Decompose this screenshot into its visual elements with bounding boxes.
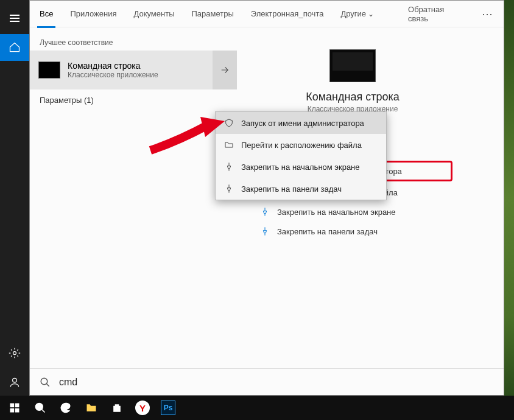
svg-point-8 [36,404,43,411]
svg-rect-6 [10,408,15,413]
tab-all[interactable]: Все [40,1,53,27]
preview-thumbnail [329,49,376,82]
ctx-pin-taskbar[interactable]: Закрепить на панели задач [216,178,386,200]
preview-action-pin-taskbar[interactable]: Закрепить на панели задач [249,222,456,241]
search-tabs: Все Приложения Документы Параметры Элект… [30,1,504,27]
svg-point-0 [13,352,16,355]
tab-settings[interactable]: Параметры [191,1,233,27]
search-panel: Все Приложения Документы Параметры Элект… [29,0,504,396]
user-account-button[interactable] [0,369,29,396]
taskbar-edge[interactable] [54,396,78,420]
best-match-result[interactable]: Командная строка Классическое приложение [30,51,237,89]
taskbar: Y Ps [0,396,514,420]
taskbar-search-button[interactable] [28,396,52,420]
ctx-pin-start-label: Закрепить на начальном экране [241,163,360,172]
best-match-title: Командная строка [68,61,158,71]
svg-rect-5 [15,404,19,408]
search-input[interactable] [59,377,494,388]
svg-rect-4 [10,404,15,408]
search-bar [30,368,504,395]
tab-email[interactable]: Электронная_почта [251,1,324,27]
results-column: Лучшее соответствие Командная строка Кла… [30,27,237,368]
ctx-run-admin-label: Запуск от имени администратора [241,119,364,128]
settings-gear-button[interactable] [0,340,29,366]
svg-rect-7 [15,408,19,413]
search-left-rail [0,0,29,396]
taskbar-photoshop[interactable]: Ps [156,396,180,420]
tab-documents[interactable]: Документы [133,1,174,27]
feedback-link[interactable]: Обратная связь [408,5,465,23]
tab-apps[interactable]: Приложения [70,1,116,27]
context-menu: Запуск от имени администратора Перейти к… [215,111,387,200]
preview-title: Командная строка [249,91,456,103]
cmd-icon [38,61,60,79]
more-options-button[interactable]: ⋯ [482,7,494,21]
svg-marker-2 [200,117,225,137]
tab-other[interactable]: Другие [340,1,374,27]
ctx-open-location-label: Перейти к расположению файла [241,141,362,150]
expand-arrow-button[interactable] [213,51,237,89]
best-match-subtitle: Классическое приложение [68,71,158,79]
preview-action-pin-start[interactable]: Закрепить на начальном экране [249,202,456,222]
ctx-pin-taskbar-label: Закрепить на панели задач [241,184,342,194]
search-icon [40,377,51,388]
home-button[interactable] [0,34,29,61]
taskbar-yandex[interactable]: Y [130,396,155,420]
ctx-run-admin[interactable]: Запуск от имени администратора [216,112,386,134]
menu-button[interactable] [0,5,29,32]
start-button[interactable] [2,396,27,420]
ctx-open-location[interactable]: Перейти к расположению файла [216,134,386,156]
taskbar-file-explorer[interactable] [79,396,104,420]
best-match-header: Лучшее соответствие [30,35,237,51]
annotation-arrow [144,108,230,165]
svg-point-1 [13,378,17,382]
svg-point-3 [41,378,48,385]
preview-action-pin-taskbar-label: Закрепить на панели задач [277,227,378,236]
preview-action-pin-start-label: Закрепить на начальном экране [277,208,396,217]
taskbar-store[interactable] [105,396,129,420]
ctx-pin-start[interactable]: Закрепить на начальном экране [216,156,386,178]
